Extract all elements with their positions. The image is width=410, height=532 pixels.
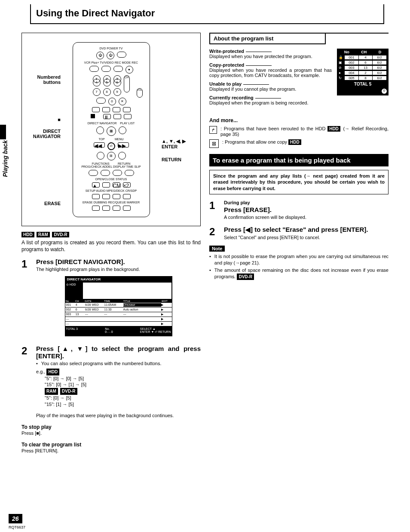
note-item: The amount of space remaining on the dis…: [209, 267, 389, 280]
side-tab-marker: [0, 125, 6, 139]
badge-hdd: HDD: [21, 232, 34, 237]
reroute-icon: ↱: [209, 126, 217, 134]
mini-header: CH: [361, 50, 367, 54]
callout-erase: ERASE: [26, 201, 61, 206]
def-body: Displayed when you have recorded a progr…: [209, 68, 332, 78]
step-number: 1: [209, 200, 220, 221]
page-code: RQT6637: [9, 525, 25, 529]
eg-line: "5": [0] → [0] → [5]: [45, 375, 201, 382]
step-title: Press [DIRECT NAVIGATOR].: [36, 258, 201, 265]
to-clear-head: To clear the program list: [21, 442, 201, 448]
step-sub: Select "Cancel" and press [ENTER] to can…: [224, 234, 389, 241]
about-header-box: About the program list: [209, 33, 389, 44]
badge-ram-inline: RAM: [45, 388, 58, 395]
callout-stop: ■: [26, 117, 61, 122]
page-number: 26: [9, 514, 22, 523]
right-column: About the program list Write-protected D…: [209, 33, 389, 454]
erase-step-1: 1 During play Press [ERASE]. A confirmat…: [209, 200, 389, 221]
screen-title: DIRECT NAVIGATOR: [65, 277, 172, 282]
badge-ram: RAM: [37, 232, 50, 237]
and-more-head: And more...: [209, 117, 389, 123]
step-title: Press [◀] to select "Erase" and press [E…: [224, 226, 389, 234]
callout-numbered: Numbered buttons: [26, 74, 61, 85]
and-more-item: ⊠ : Programs that allow one copy HDD: [209, 139, 389, 148]
direct-navigator-screen: DIRECT NAVIGATOR ⊙ HDD NoCHDATETIMETITLE…: [65, 276, 172, 336]
step-post: Play of the images that were playing in …: [36, 412, 201, 419]
callout-arrows: ▲, ▼, ◀, ▶ ENTER: [162, 138, 196, 149]
note-badge: Note: [209, 246, 225, 252]
badge-dvdr: DVD-R: [52, 232, 69, 237]
def-body: Displayed if you cannot play the program…: [209, 86, 332, 92]
left-step-1: 1 Press [DIRECT NAVIGATOR]. The highligh…: [21, 258, 201, 340]
def-term: Currently recording: [209, 95, 254, 100]
step-sub: The highlighted program plays in the bac…: [36, 266, 201, 273]
title-bar: Using the Direct Navigator: [30, 4, 384, 24]
def-body: Displayed when you have protected the pr…: [209, 54, 332, 59]
eg-label: e.g.,: [36, 369, 45, 374]
left-intro: A list of programs is created as you rec…: [21, 239, 201, 253]
step-bullet: You can also select programs with the nu…: [36, 360, 201, 367]
step-title: Press [ERASE].: [224, 206, 389, 213]
eg-line: "15": [0] → [1] → [5]: [45, 381, 201, 388]
onecopy-icon: ⊠: [209, 139, 219, 148]
media-badges: HDD RAM DVD-R: [21, 231, 201, 237]
erase-step-2: 2 Press [◀] to select "Erase" and press …: [209, 226, 389, 241]
step-number: 1: [21, 258, 32, 340]
erase-header: To erase a program that is being played …: [209, 154, 389, 166]
mini-footer: TOTAL 5: [338, 81, 388, 87]
left-step-2: 2 Press [▲, ▼] to select the program and…: [21, 345, 201, 419]
badge-hdd-inline: HDD: [46, 369, 59, 375]
left-column: Numbered buttons ■ DIRECT NAVIGATOR ERAS…: [21, 33, 201, 454]
remote-body: DVD POWER TV ⏻⏻ VCR Plus+ TV/VIDEO REC M…: [73, 42, 150, 217]
to-clear-body: Press [RETURN].: [21, 448, 201, 454]
eg-line: "15": [1] → [5]: [45, 401, 201, 408]
badge-dvdr-inline: DVD-R: [60, 388, 77, 395]
remote-diagram: Numbered buttons ■ DIRECT NAVIGATOR ERAS…: [21, 33, 201, 226]
mini-header: D: [379, 50, 382, 54]
def-term: Write-protected: [209, 49, 244, 54]
def-term: Unable to play: [209, 81, 242, 86]
mini-program-list: No CH D 🔒00146/2 ▣00266/2 ⊘003136/2 ●004…: [337, 49, 389, 95]
note-item: It is not possible to erase the program …: [209, 253, 389, 266]
step-title: Press [▲, ▼] to select the program and p…: [36, 345, 201, 360]
def-term: Copy-protected: [209, 62, 244, 68]
eg-line: "5": [0] → [5]: [45, 395, 201, 401]
step-number: 2: [209, 226, 220, 241]
to-stop-body: Press [■].: [21, 430, 201, 437]
side-tab-label: Playing back: [0, 138, 10, 180]
step-pre: During play: [224, 200, 389, 206]
step-sub: A confirmation screen will be displayed.: [224, 214, 389, 221]
and-more-item: ↱ : Programs that have been rerouted to …: [209, 126, 389, 137]
def-body: Displayed when the program is being reco…: [209, 100, 332, 105]
definitions: Write-protected Displayed when you have …: [209, 49, 332, 109]
step-number: 2: [21, 345, 32, 419]
to-stop-head: To stop play: [21, 424, 201, 430]
mini-header: No: [344, 50, 349, 54]
callout-return: RETURN: [162, 157, 196, 162]
erase-warning: Since the program and any play lists (→ …: [209, 170, 389, 194]
about-header: About the program list: [209, 34, 326, 44]
page-title: Using the Direct Navigator: [36, 8, 378, 19]
callout-directnav: DIRECT NAVIGATOR: [26, 129, 61, 139]
